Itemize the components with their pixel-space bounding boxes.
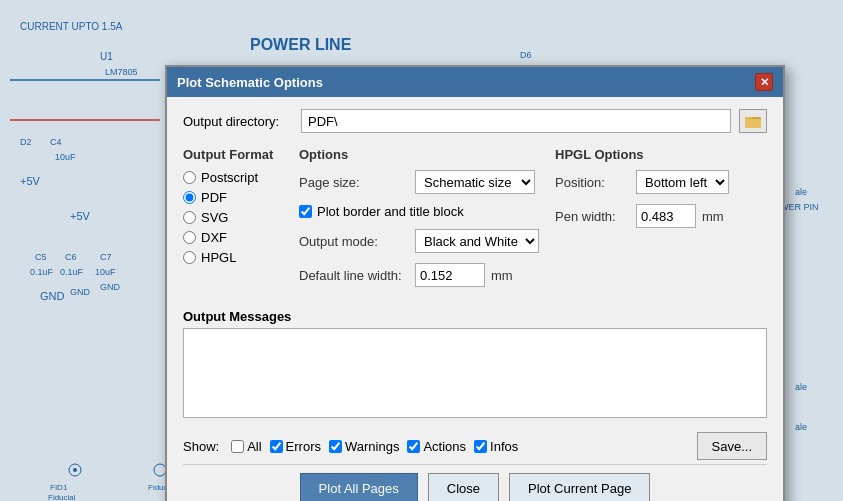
radio-hpgl: HPGL [183, 250, 283, 265]
output-dir-input[interactable] [301, 109, 731, 133]
browse-button[interactable] [739, 109, 767, 133]
line-width-unit: mm [491, 268, 513, 283]
filter-actions: Actions [407, 439, 466, 454]
hpgl-position-label: Position: [555, 175, 630, 190]
folder-icon [745, 114, 761, 128]
filter-errors-label: Errors [286, 439, 321, 454]
radio-postscript-input[interactable] [183, 171, 196, 184]
output-messages-label: Output Messages [183, 309, 767, 324]
svg-text:0.1uF: 0.1uF [30, 267, 54, 277]
line-width-row: Default line width: mm [299, 263, 539, 287]
svg-text:C4: C4 [50, 137, 62, 147]
filter-warnings-checkbox[interactable] [329, 440, 342, 453]
filter-infos: Infos [474, 439, 518, 454]
svg-text:+5V: +5V [70, 210, 91, 222]
svg-text:10uF: 10uF [55, 152, 76, 162]
hpgl-pen-width-label: Pen width: [555, 209, 630, 224]
plot-schematic-dialog: Plot Schematic Options ✕ Output director… [165, 65, 785, 501]
hpgl-position-select[interactable]: Bottom left Top left Center [636, 170, 729, 194]
options-title: Options [299, 147, 539, 162]
hpgl-pen-width-input[interactable] [636, 204, 696, 228]
plot-all-pages-button[interactable]: Plot All Pages [300, 473, 418, 501]
radio-pdf-label: PDF [201, 190, 227, 205]
svg-text:ale: ale [795, 382, 807, 392]
plot-border-label: Plot border and title block [317, 204, 464, 219]
radio-svg-input[interactable] [183, 211, 196, 224]
filter-all-label: All [247, 439, 261, 454]
svg-text:ale: ale [795, 422, 807, 432]
options-column: Options Page size: Schematic size A4 A3 … [299, 147, 539, 297]
show-filters-row: Show: All Errors Warnings Actions [183, 439, 518, 454]
output-dir-label: Output directory: [183, 114, 293, 129]
svg-rect-42 [745, 119, 761, 128]
output-format-title: Output Format [183, 147, 283, 162]
line-width-input[interactable] [415, 263, 485, 287]
output-mode-label: Output mode: [299, 234, 409, 249]
plot-current-page-button[interactable]: Plot Current Page [509, 473, 650, 501]
dialog-title: Plot Schematic Options [177, 75, 323, 90]
svg-text:GND: GND [100, 282, 121, 292]
show-label: Show: [183, 439, 219, 454]
dialog-close-button[interactable]: ✕ [755, 73, 773, 91]
filter-infos-label: Infos [490, 439, 518, 454]
page-size-label: Page size: [299, 175, 409, 190]
radio-dxf-label: DXF [201, 230, 227, 245]
page-size-row: Page size: Schematic size A4 A3 Letter [299, 170, 539, 194]
output-messages-section: Output Messages [183, 309, 767, 418]
hpgl-options-column: HPGL Options Position: Bottom left Top l… [555, 147, 735, 297]
hpgl-title: HPGL Options [555, 147, 735, 162]
filter-errors: Errors [270, 439, 321, 454]
radio-hpgl-label: HPGL [201, 250, 236, 265]
output-messages-box [183, 328, 767, 418]
line-width-label: Default line width: [299, 268, 409, 283]
svg-point-28 [73, 468, 77, 472]
radio-svg: SVG [183, 210, 283, 225]
svg-text:D6: D6 [520, 50, 532, 60]
plot-border-row: Plot border and title block [299, 204, 539, 219]
dialog-body: Output directory: Output Format Postscri… [167, 97, 783, 501]
save-button[interactable]: Save... [697, 432, 767, 460]
svg-text:FID1: FID1 [50, 483, 68, 492]
main-content: Output Format Postscript PDF SVG DXF [183, 147, 767, 297]
svg-text:LM7805: LM7805 [105, 67, 138, 77]
svg-text:POWER LINE: POWER LINE [250, 36, 352, 53]
radio-dxf-input[interactable] [183, 231, 196, 244]
svg-text:GND: GND [70, 287, 91, 297]
svg-text:CURRENT UPTO 1.5A: CURRENT UPTO 1.5A [20, 21, 123, 32]
radio-pdf-input[interactable] [183, 191, 196, 204]
hpgl-pen-width-row: Pen width: mm [555, 204, 735, 228]
filter-actions-label: Actions [423, 439, 466, 454]
filter-warnings-label: Warnings [345, 439, 399, 454]
svg-text:GND: GND [40, 290, 65, 302]
output-mode-select[interactable]: Black and White Color [415, 229, 539, 253]
svg-text:0.1uF: 0.1uF [60, 267, 84, 277]
radio-svg-label: SVG [201, 210, 228, 225]
output-mode-row: Output mode: Black and White Color [299, 229, 539, 253]
svg-text:Fiducial: Fiducial [48, 493, 76, 501]
svg-text:D2: D2 [20, 137, 32, 147]
radio-dxf: DXF [183, 230, 283, 245]
filter-errors-checkbox[interactable] [270, 440, 283, 453]
page-size-select[interactable]: Schematic size A4 A3 Letter [415, 170, 535, 194]
radio-postscript-label: Postscript [201, 170, 258, 185]
close-button[interactable]: Close [428, 473, 499, 501]
radio-postscript: Postscript [183, 170, 283, 185]
radio-pdf: PDF [183, 190, 283, 205]
hpgl-position-row: Position: Bottom left Top left Center [555, 170, 735, 194]
dialog-titlebar: Plot Schematic Options ✕ [167, 67, 783, 97]
svg-text:+5V: +5V [20, 175, 41, 187]
svg-text:ale: ale [795, 187, 807, 197]
filter-actions-checkbox[interactable] [407, 440, 420, 453]
filter-warnings: Warnings [329, 439, 399, 454]
action-buttons-row: Plot All Pages Close Plot Current Page [183, 464, 767, 501]
radio-hpgl-input[interactable] [183, 251, 196, 264]
output-dir-row: Output directory: [183, 109, 767, 133]
plot-border-checkbox[interactable] [299, 205, 312, 218]
filter-infos-checkbox[interactable] [474, 440, 487, 453]
bottom-bar: Show: All Errors Warnings Actions [183, 426, 767, 464]
svg-text:C6: C6 [65, 252, 77, 262]
svg-text:10uF: 10uF [95, 267, 116, 277]
filter-all-checkbox[interactable] [231, 440, 244, 453]
svg-text:C5: C5 [35, 252, 47, 262]
filter-all: All [231, 439, 261, 454]
